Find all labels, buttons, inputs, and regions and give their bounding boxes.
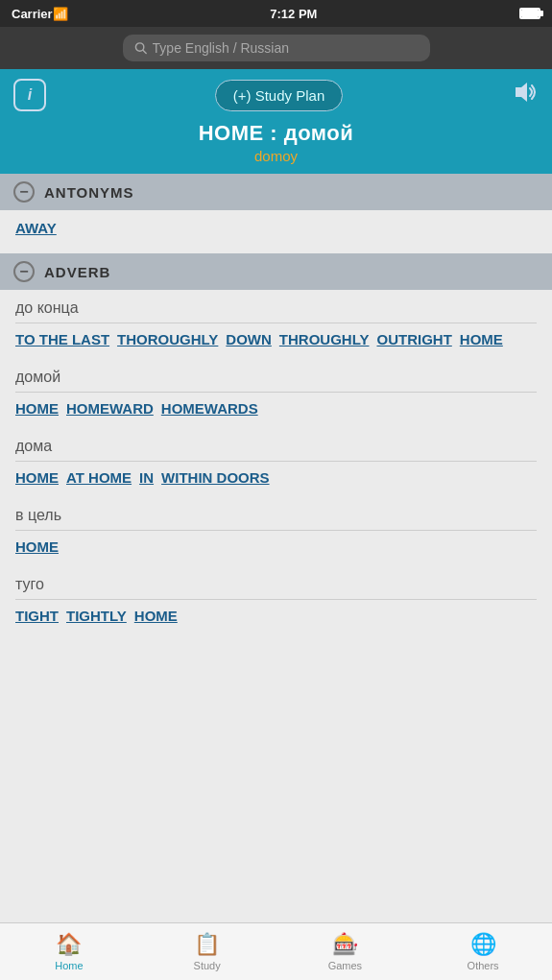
- link-to-the-last[interactable]: TO THE LAST: [15, 331, 109, 347]
- adverb-group-domoy: домой HOME HOMEWARD HOMEWARDS: [0, 359, 552, 428]
- svg-marker-2: [516, 83, 527, 102]
- russian-doma: дома: [15, 438, 537, 455]
- link-home-4[interactable]: HOME: [15, 538, 59, 555]
- word-title: HOME : домой: [13, 121, 539, 146]
- adverb-group-vcel: в цель HOME: [0, 497, 552, 566]
- link-homewards[interactable]: HOMEWARDS: [161, 400, 258, 417]
- antonyms-group-away: AWAY: [0, 210, 552, 248]
- antonyms-links: AWAY: [15, 220, 537, 236]
- divider-domoy: [15, 392, 537, 393]
- tab-bar: 🏠 Home 📋 Study 🎰 Games 🌐 Others: [0, 922, 552, 980]
- link-home-2[interactable]: HOME: [15, 400, 59, 417]
- study-tab-label: Study: [194, 960, 221, 971]
- others-tab-label: Others: [468, 960, 499, 971]
- link-home-1[interactable]: HOME: [460, 331, 503, 347]
- antonyms-collapse-button[interactable]: −: [13, 181, 35, 203]
- links-domoy: HOME HOMEWARD HOMEWARDS: [15, 400, 537, 417]
- tab-study[interactable]: 📋 Study: [138, 923, 276, 980]
- divider-vcel: [15, 530, 537, 531]
- study-tab-icon: 📋: [194, 932, 220, 957]
- adverb-group-doma: дома HOME AT HOME IN WITHIN DOORS: [0, 428, 552, 497]
- divider-dokonca: [15, 323, 537, 323]
- russian-dokonca: до конца: [15, 299, 537, 317]
- russian-domoy: домой: [15, 369, 537, 386]
- link-thoroughly[interactable]: THOROUGHLY: [117, 331, 218, 347]
- word-transliteration: domoy: [13, 148, 539, 164]
- games-tab-label: Games: [328, 960, 362, 971]
- content-area: − ANTONYMS AWAY − ADVERB до конца TO THE…: [0, 174, 552, 922]
- wifi-icon: 📶: [53, 7, 68, 21]
- link-away[interactable]: AWAY: [15, 220, 57, 236]
- time-label: 7:12 PM: [68, 7, 519, 21]
- link-down[interactable]: DOWN: [226, 331, 272, 347]
- adverb-section-header: − ADVERB: [0, 253, 552, 290]
- link-home-5[interactable]: HOME: [134, 608, 178, 624]
- link-outright[interactable]: OUTRIGHT: [376, 331, 451, 347]
- link-throughly[interactable]: THROUGHLY: [279, 331, 370, 347]
- header: i (+) Study Plan HOME : домой domoy: [0, 69, 552, 174]
- divider-doma: [15, 461, 537, 462]
- russian-vcel: в цель: [15, 507, 537, 524]
- search-bar: [0, 27, 552, 69]
- adverb-group-tugo: туго TIGHT TIGHTLY HOME: [0, 566, 552, 635]
- link-home-3[interactable]: HOME: [15, 469, 59, 486]
- speaker-button[interactable]: [512, 81, 539, 109]
- carrier-label: Carrier: [12, 7, 53, 21]
- study-plan-button[interactable]: (+) Study Plan: [215, 80, 343, 111]
- antonyms-label: ANTONYMS: [44, 184, 134, 201]
- adverb-label: ADVERB: [44, 264, 110, 280]
- link-at-home[interactable]: AT HOME: [66, 469, 132, 486]
- tab-others[interactable]: 🌐 Others: [414, 923, 552, 980]
- tab-games[interactable]: 🎰 Games: [276, 923, 415, 980]
- games-tab-icon: 🎰: [332, 932, 358, 957]
- info-button[interactable]: i: [13, 79, 46, 111]
- home-tab-icon: 🏠: [56, 932, 82, 957]
- battery-container: [519, 8, 540, 19]
- home-tab-label: Home: [55, 960, 83, 971]
- status-bar: Carrier 📶 7:12 PM: [0, 0, 552, 27]
- speaker-icon: [512, 81, 539, 104]
- search-input[interactable]: [153, 40, 419, 56]
- link-homeward[interactable]: HOMEWARD: [66, 400, 154, 417]
- link-tight[interactable]: TIGHT: [15, 608, 59, 624]
- others-tab-icon: 🌐: [470, 932, 496, 957]
- links-dokonca: TO THE LAST THOROUGHLY DOWN THROUGHLY OU…: [15, 331, 537, 347]
- tab-home[interactable]: 🏠 Home: [0, 923, 138, 980]
- header-actions: i (+) Study Plan: [13, 79, 539, 111]
- battery-fill: [521, 10, 539, 17]
- antonyms-section-header: − ANTONYMS: [0, 174, 552, 210]
- battery-icon: [519, 8, 540, 19]
- link-within-doors[interactable]: WITHIN DOORS: [161, 469, 270, 486]
- divider-tugo: [15, 599, 537, 600]
- search-icon: [134, 41, 147, 55]
- adverb-group-dokonca: до конца TO THE LAST THOROUGHLY DOWN THR…: [0, 290, 552, 359]
- svg-line-1: [142, 50, 145, 53]
- adverb-collapse-button[interactable]: −: [13, 261, 35, 282]
- russian-tugo: туго: [15, 576, 537, 593]
- links-tugo: TIGHT TIGHTLY HOME: [15, 608, 537, 624]
- links-doma: HOME AT HOME IN WITHIN DOORS: [15, 469, 537, 486]
- link-in[interactable]: IN: [139, 469, 154, 486]
- link-tightly[interactable]: TIGHTLY: [66, 608, 127, 624]
- search-container[interactable]: [123, 35, 430, 61]
- links-vcel: HOME: [15, 538, 537, 555]
